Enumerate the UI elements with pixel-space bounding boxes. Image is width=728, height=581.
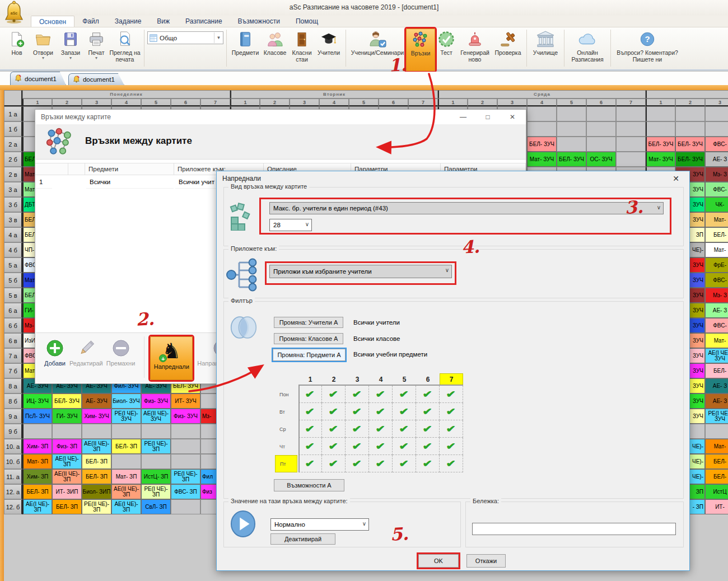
row-label[interactable]: 10. а [4, 439, 22, 454]
timetable-cell[interactable] [557, 106, 586, 121]
timetable-cell[interactable]: ИТ- ЗУЧ [171, 393, 200, 409]
timetable-cell[interactable]: АЕ(I ЧЕ)- ЗУЧ [705, 348, 728, 363]
timetable-cell[interactable]: Мат- ЗУЧ [646, 152, 675, 167]
row-label[interactable]: 7 а [4, 348, 22, 363]
row-label[interactable]: 3 б [4, 197, 22, 212]
timetable-cell[interactable] [586, 106, 616, 121]
timetable-cell[interactable]: ПсЛ- ЗУЧ [22, 409, 52, 424]
row-label[interactable]: 8 а [4, 378, 22, 393]
timetable-cell[interactable] [171, 454, 200, 469]
timetable-cell[interactable]: БЕЛ- ЗУЧ [557, 152, 586, 167]
редактирай-button[interactable]: Редактирай [69, 336, 103, 367]
tab-Разписание[interactable]: Разписание [178, 16, 230, 27]
row-label[interactable]: 2 б [4, 152, 22, 167]
matrix-cell[interactable]: ✔ [346, 455, 369, 472]
timetable-cell[interactable]: БЕЛ- ЗП [82, 469, 111, 484]
row-label[interactable]: 9 б [4, 424, 22, 439]
row-label[interactable]: 8 б [4, 393, 22, 409]
matrix-cell[interactable]: ✔ [346, 403, 369, 420]
timetable-cell[interactable]: ИЦ- ЗУЧ [22, 393, 52, 409]
timetable-cell[interactable] [586, 121, 616, 137]
matrix-cell[interactable]: ✔ [416, 403, 440, 420]
ribbon-button-преглед-на-печата[interactable]: Преглед на печата [109, 29, 141, 69]
timetable-cell[interactable]: АЕ(II ЧЕ)- ЗП [82, 439, 111, 454]
matrix-cell[interactable]: ✔ [346, 438, 369, 455]
row-label[interactable]: 12. а [4, 484, 22, 499]
matrix-cell[interactable]: ✔ [393, 403, 416, 420]
ribbon-button-предмети[interactable]: Предмети [230, 29, 261, 69]
table-row-number[interactable]: 1 [36, 175, 52, 189]
timetable-cell[interactable]: БЕЛ- ЗУЧ [675, 152, 705, 167]
view-combo[interactable]: Общо▼ [147, 31, 223, 44]
timetable-cell[interactable]: Мат- [705, 333, 728, 348]
timetable-cell[interactable]: Хим- ЗП [22, 439, 52, 454]
timetable-cell[interactable] [171, 439, 200, 454]
timetable-cell[interactable]: Мат- ЗУЧ [527, 152, 557, 167]
tab-Основен[interactable]: Основен [31, 16, 74, 27]
timetable-cell[interactable]: СвЛ- ЗП [141, 499, 171, 514]
filter-change-button-2[interactable]: Промяна: Класове А [274, 333, 343, 344]
timetable-cell[interactable]: БЕЛ- ЗУЧ [646, 137, 675, 152]
matrix-cell[interactable]: ✔ [416, 386, 440, 403]
minimize-button[interactable]: — [451, 110, 475, 124]
ribbon-button-онлайн-разписания[interactable]: Онлайн Разписания [567, 29, 608, 69]
timetable-cell[interactable]: РЕ(I ЧЕ)- ЗУЧ [705, 409, 728, 424]
timetable-cell[interactable]: БЕЛ- ЗУЧ [527, 137, 557, 152]
timetable-cell[interactable]: ОС- ЗУЧ [586, 152, 616, 167]
matrix-cell[interactable]: ✔ [369, 420, 393, 438]
timetable-cell[interactable]: АЕ(I ЧЕ)- ЗП [52, 454, 82, 469]
matrix-cell[interactable]: ✔ [298, 438, 322, 455]
row-label[interactable]: 10. б [4, 454, 22, 469]
document-tab-1[interactable]: document1 [10, 72, 66, 85]
close-icon[interactable]: ✕ [664, 171, 688, 186]
timetable-cell[interactable] [586, 137, 616, 152]
matrix-cell[interactable]: ✔ [416, 455, 440, 472]
timetable-cell[interactable]: ФрЕ- [705, 257, 728, 273]
tab-Възможности[interactable]: Възможности [230, 16, 288, 27]
row-label[interactable]: 6 а [4, 303, 22, 318]
timetable-cell[interactable] [141, 454, 171, 469]
timetable-cell[interactable]: АЕ(II ЧЕ)- ЗП [111, 484, 141, 499]
timetable-cell[interactable]: ИТ- ЗИП [52, 484, 82, 499]
row-label[interactable]: 4 а [4, 227, 22, 242]
row-label[interactable]: 1 б [4, 121, 22, 137]
timetable-cell[interactable] [646, 106, 675, 121]
добави-button[interactable]: Добави [44, 336, 66, 367]
timetable-cell[interactable]: Мат- [705, 439, 728, 454]
timetable-cell[interactable]: БЕЛ- [705, 363, 728, 378]
deactivate-button[interactable]: Деактивирай [270, 533, 335, 545]
link-type-select[interactable]: Макс. бр. учители в един период (#43)∨ [269, 202, 664, 214]
ribbon-button-връзки[interactable]: Връзки [406, 29, 435, 71]
ribbon-button-тест[interactable]: Тест [435, 29, 458, 69]
timetable-cell[interactable]: Мат- [705, 242, 728, 257]
cancel-button[interactable]: Откажи [466, 554, 506, 568]
timetable-cell[interactable]: БЕЛ- ЗУЧ [52, 393, 82, 409]
timetable-cell[interactable] [705, 424, 728, 439]
timetable-cell[interactable]: БЕЛ- [705, 227, 728, 242]
matrix-cell[interactable]: ✔ [369, 403, 393, 420]
ribbon-button-училище[interactable]: Училище [530, 29, 561, 69]
timetable-cell[interactable] [22, 424, 52, 439]
timetable-cell[interactable]: РЕ(I ЧЕ)- ЗП [141, 439, 171, 454]
matrix-cell[interactable]: ✔ [393, 438, 416, 455]
timetable-cell[interactable]: АЕ(II ЧЕ)- ЗП [52, 469, 82, 484]
ribbon-button-класове[interactable]: Класове [261, 29, 289, 69]
timetable-cell[interactable]: БЕЛ- ЗП [22, 484, 52, 499]
matrix-cell[interactable]: ✔ [440, 420, 463, 438]
matrix-cell[interactable]: ✔ [346, 420, 369, 438]
possibilities-button[interactable]: Възможности А [274, 479, 344, 491]
table-row-subjects[interactable]: Всички [86, 175, 174, 189]
timetable-cell[interactable]: АЕ- З [705, 152, 728, 167]
timetable-cell[interactable]: РЕ(II ЧЕ)- ЗП [82, 499, 111, 514]
row-label[interactable]: 5 б [4, 273, 22, 288]
timetable-cell[interactable]: БЕЛ- [705, 454, 728, 469]
row-label[interactable]: 7 б [4, 363, 22, 378]
row-label[interactable]: 2 а [4, 137, 22, 152]
matrix-cell[interactable]: ✔ [369, 386, 393, 403]
timetable-cell[interactable]: РЕ(I ЧЕ)- ЗП [141, 484, 171, 499]
ribbon-button-запази[interactable]: Запази▾ [57, 29, 84, 69]
timetable-cell[interactable]: ФВС- ЗП [171, 484, 200, 499]
close-button[interactable]: ✕ [500, 110, 525, 124]
timetable-cell[interactable] [111, 424, 141, 439]
matrix-cell[interactable]: ✔ [322, 438, 346, 455]
